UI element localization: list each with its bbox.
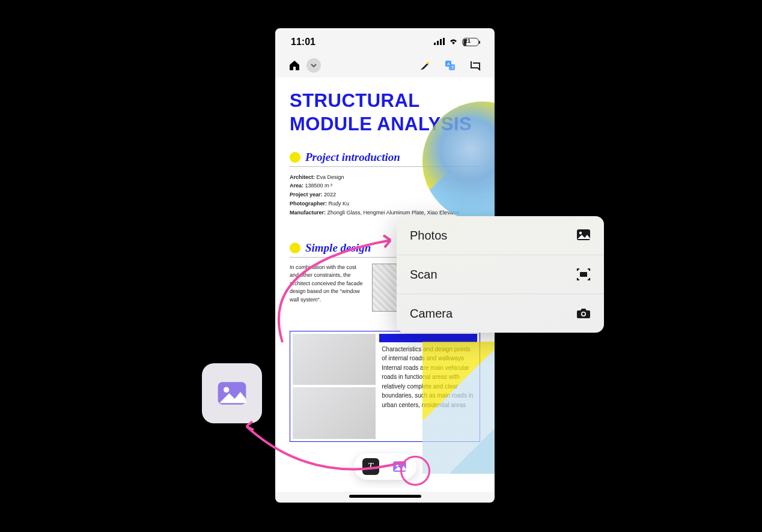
bullet-icon (290, 243, 300, 253)
crop-icon[interactable] (468, 58, 483, 73)
svg-text:A: A (447, 62, 450, 66)
svg-rect-0 (434, 43, 436, 45)
insert-toolbar: T (354, 453, 416, 480)
menu-label: Photos (410, 229, 447, 243)
app-toolbar: AT (275, 53, 495, 77)
svg-rect-13 (580, 272, 587, 277)
insert-text-button[interactable]: T (362, 458, 379, 475)
svg-point-12 (579, 232, 582, 234)
svg-point-17 (224, 387, 229, 393)
figure-image-bottom (293, 387, 376, 439)
svg-point-4 (427, 62, 429, 64)
home-icon[interactable] (287, 58, 302, 73)
image-icon-callout (202, 363, 262, 423)
chevron-down-icon[interactable] (306, 58, 321, 73)
svg-point-15 (582, 313, 585, 316)
svg-point-10 (395, 464, 398, 467)
bullet-icon (290, 152, 300, 163)
menu-item-photos[interactable]: Photos (397, 216, 604, 255)
scan-icon (576, 267, 591, 282)
photo-icon (576, 228, 591, 243)
figure-banner (379, 334, 477, 342)
section-title: Project introduction (305, 151, 400, 164)
wifi-icon (448, 37, 459, 47)
battery-icon: 21 (462, 38, 479, 46)
cellular-icon (434, 38, 445, 47)
translate-icon[interactable]: AT (443, 58, 457, 73)
menu-item-scan[interactable]: Scan (397, 255, 604, 294)
svg-rect-2 (440, 39, 442, 45)
insert-image-menu: Photos Scan Camera (397, 216, 604, 333)
figure-image-top (293, 334, 376, 385)
camera-icon (576, 306, 591, 321)
svg-text:T: T (451, 65, 454, 70)
svg-rect-3 (443, 38, 445, 45)
svg-rect-1 (437, 41, 439, 45)
highlighter-icon[interactable] (418, 58, 432, 73)
menu-label: Camera (410, 307, 453, 321)
home-indicator[interactable] (349, 495, 421, 498)
section-title: Simple design (305, 241, 371, 255)
illustration-building-2 (422, 342, 495, 474)
menu-item-camera[interactable]: Camera (397, 294, 604, 333)
menu-label: Scan (410, 268, 437, 282)
status-bar: 11:01 21 (275, 28, 495, 53)
section-body-text: In combination with the cost and other c… (290, 264, 366, 312)
insert-image-button[interactable] (391, 458, 408, 475)
status-time: 11:01 (291, 37, 315, 47)
status-indicators: 21 (434, 37, 479, 47)
